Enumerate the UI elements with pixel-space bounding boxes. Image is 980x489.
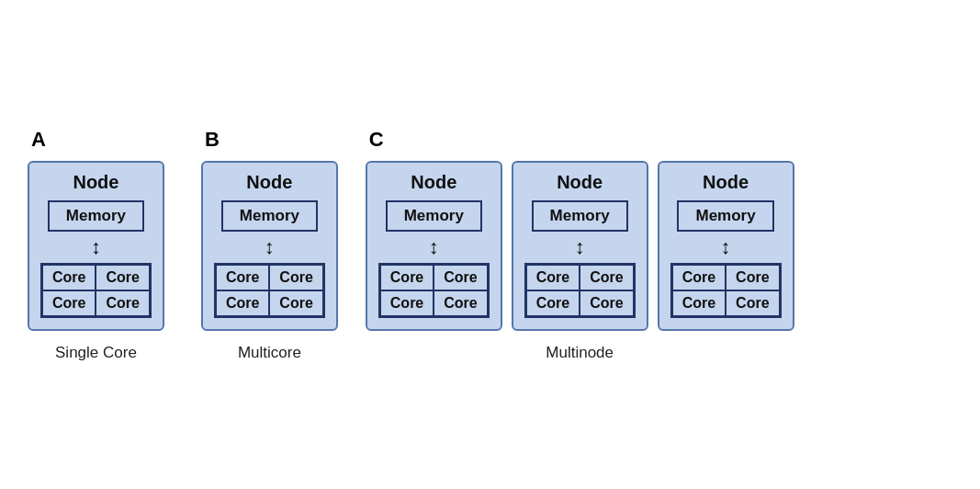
node-c3-title: Node — [703, 172, 749, 193]
section-b-label: B — [201, 128, 220, 152]
section-c: C Node Memory ↕ Core Core Core Core — [366, 128, 794, 362]
node-a-core-0-0: Core — [42, 265, 96, 290]
section-a: A Node Memory ↕ Core Core Core Core Sing… — [28, 128, 164, 362]
node-c1-cores: Core Core Core Core — [378, 263, 490, 318]
node-c2-cores: Core Core Core Core — [524, 263, 636, 318]
section-a-label: A — [28, 128, 46, 152]
section-c-nodes-row: Node Memory ↕ Core Core Core Core Node M… — [366, 161, 794, 331]
node-b: Node Memory ↕ Core Core Core Core — [201, 161, 338, 331]
section-b-content: Node Memory ↕ Core Core Core Core Multic… — [201, 161, 338, 362]
node-c2-core-1-0: Core — [526, 290, 580, 316]
node-c2-core-0-1: Core — [580, 265, 633, 290]
node-c2: Node Memory ↕ Core Core Core Core — [512, 161, 648, 331]
diagram-container: A Node Memory ↕ Core Core Core Core Sing… — [0, 109, 980, 381]
node-c1-core-1-1: Core — [434, 290, 487, 316]
section-c-caption: Multinode — [366, 344, 794, 362]
section-a-nodes-and-caption: Node Memory ↕ Core Core Core Core Single… — [28, 161, 164, 362]
node-c2-arrow: ↕ — [575, 237, 585, 257]
node-c1-core-0-1: Core — [434, 265, 487, 290]
node-c1-arrow: ↕ — [429, 237, 439, 257]
node-c1-core-1-0: Core — [380, 290, 434, 316]
section-c-label: C — [366, 128, 384, 152]
node-b-title: Node — [246, 172, 292, 193]
node-a-memory: Memory — [48, 200, 144, 232]
node-c1: Node Memory ↕ Core Core Core Core — [366, 161, 502, 331]
section-b: B Node Memory ↕ Core Core Core Core Mult… — [201, 128, 338, 362]
section-a-caption: Single Core — [28, 344, 164, 362]
section-b-caption: Multicore — [201, 344, 338, 362]
section-b-nodes-and-caption: Node Memory ↕ Core Core Core Core Multic… — [201, 161, 338, 362]
node-b-core-0-0: Core — [216, 265, 269, 290]
node-c3: Node Memory ↕ Core Core Core Core — [658, 161, 794, 331]
node-a: Node Memory ↕ Core Core Core Core — [28, 161, 164, 331]
node-c1-core-0-0: Core — [380, 265, 434, 290]
node-a-title: Node — [73, 172, 118, 193]
node-a-core-1-0: Core — [42, 290, 96, 316]
node-a-core-1-1: Core — [96, 290, 149, 316]
node-c3-memory: Memory — [677, 200, 773, 232]
node-b-cores: Core Core Core Core — [214, 263, 325, 318]
node-c3-arrow: ↕ — [721, 237, 731, 257]
node-c1-title: Node — [411, 172, 456, 193]
node-b-core-0-1: Core — [269, 265, 322, 290]
node-a-cores: Core Core Core Core — [40, 263, 152, 318]
node-c2-core-1-1: Core — [580, 290, 633, 316]
node-c2-core-0-0: Core — [526, 265, 580, 290]
section-a-content: Node Memory ↕ Core Core Core Core Single… — [28, 161, 164, 362]
node-a-core-0-1: Core — [96, 265, 149, 290]
node-b-core-1-1: Core — [269, 290, 322, 316]
node-b-memory: Memory — [221, 200, 318, 232]
node-a-arrow: ↕ — [91, 237, 101, 257]
node-b-arrow: ↕ — [265, 237, 275, 257]
node-c3-core-0-1: Core — [726, 265, 779, 290]
node-c3-cores: Core Core Core Core — [670, 263, 782, 318]
node-c1-memory: Memory — [386, 200, 482, 232]
node-b-core-1-0: Core — [216, 290, 269, 316]
node-c3-core-1-1: Core — [726, 290, 779, 316]
node-c2-memory: Memory — [532, 200, 628, 232]
node-c3-core-0-0: Core — [672, 265, 726, 290]
node-c2-title: Node — [557, 172, 603, 193]
node-c3-core-1-0: Core — [672, 290, 726, 316]
section-c-nodes-and-caption: Node Memory ↕ Core Core Core Core Node M… — [366, 161, 794, 362]
